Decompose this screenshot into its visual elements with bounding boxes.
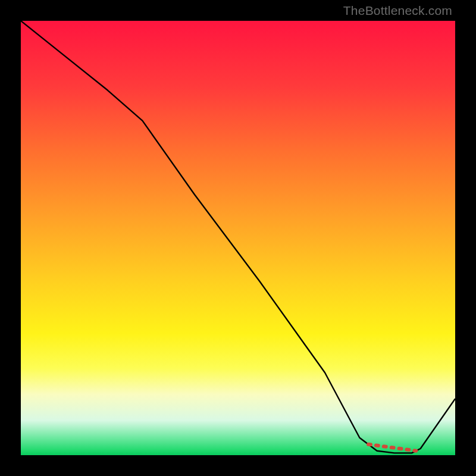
plot-area	[21, 21, 455, 455]
watermark-text: TheBottleneck.com	[343, 4, 452, 18]
bottleneck-curve-path	[21, 21, 455, 453]
chart-frame: TheBottleneck.com	[0, 0, 476, 476]
curve-svg	[21, 21, 455, 455]
